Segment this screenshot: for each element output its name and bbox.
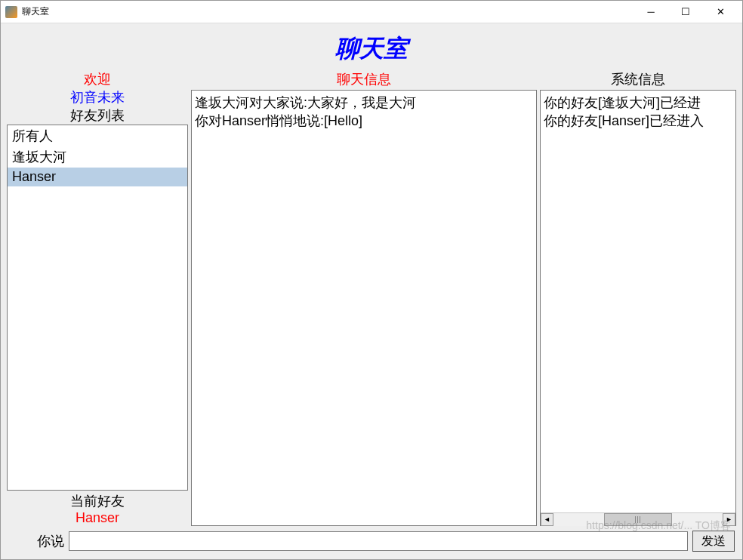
system-message-line: 你的好友[逢坂大河]已经进 [544, 94, 732, 112]
window-controls: ─ ☐ ✕ [634, 1, 738, 23]
middle-column: 聊天信息 [191, 70, 537, 526]
current-friend-value: Hanser [7, 510, 188, 526]
current-friend-label: 当前好友 [7, 492, 188, 510]
friend-item[interactable]: 逢坂大河 [8, 146, 187, 168]
minimize-button[interactable]: ─ [634, 1, 668, 23]
chat-textarea[interactable] [191, 90, 537, 526]
maximize-button[interactable]: ☐ [668, 1, 703, 23]
friend-item[interactable]: Hanser [8, 168, 187, 186]
window-title: 聊天室 [22, 5, 634, 18]
scroll-left-arrow-icon[interactable]: ◄ [541, 513, 553, 526]
friend-item[interactable]: 所有人 [8, 125, 187, 146]
chat-info-header: 聊天信息 [191, 70, 537, 88]
left-column: 欢迎 初音未来 好友列表 所有人逢坂大河Hanser 当前好友 Hanser [7, 70, 188, 526]
page-title: 聊天室 [7, 32, 736, 66]
input-label: 你说 [37, 532, 64, 550]
system-textarea[interactable]: 你的好友[逢坂大河]已经进你的好友[Hanser]已经进入 [541, 91, 735, 512]
h-scrollbar[interactable]: ◄ ► [541, 512, 735, 525]
scroll-right-arrow-icon[interactable]: ► [723, 513, 735, 526]
system-message-line: 你的好友[Hanser]已经进入 [544, 112, 732, 130]
system-box: 你的好友[逢坂大河]已经进你的好友[Hanser]已经进入 ◄ ► [540, 90, 736, 526]
current-friend-block: 当前好友 Hanser [7, 492, 188, 526]
java-icon [5, 6, 17, 18]
scroll-thumb[interactable] [604, 513, 672, 526]
current-user: 初音未来 [7, 88, 188, 106]
friend-list-label: 好友列表 [7, 106, 188, 125]
input-row: 你说 发送 [7, 531, 736, 553]
send-button[interactable]: 发送 [692, 531, 735, 552]
right-column: 系统信息 你的好友[逢坂大河]已经进你的好友[Hanser]已经进入 ◄ ► [540, 70, 736, 526]
welcome-block: 欢迎 初音未来 好友列表 [7, 70, 188, 125]
app-window: 聊天室 ─ ☐ ✕ 聊天室 欢迎 初音未来 好友列表 所有人逢坂大河Hanser… [0, 0, 743, 560]
message-input[interactable] [69, 531, 688, 551]
system-info-header: 系统信息 [540, 70, 736, 88]
welcome-label: 欢迎 [7, 70, 188, 88]
three-column-layout: 欢迎 初音未来 好友列表 所有人逢坂大河Hanser 当前好友 Hanser 聊… [7, 70, 736, 526]
content-area: 聊天室 欢迎 初音未来 好友列表 所有人逢坂大河Hanser 当前好友 Hans… [1, 23, 742, 559]
scroll-track[interactable] [553, 513, 723, 526]
titlebar: 聊天室 ─ ☐ ✕ [1, 1, 742, 23]
close-button[interactable]: ✕ [703, 1, 738, 23]
friend-list[interactable]: 所有人逢坂大河Hanser [7, 125, 188, 491]
